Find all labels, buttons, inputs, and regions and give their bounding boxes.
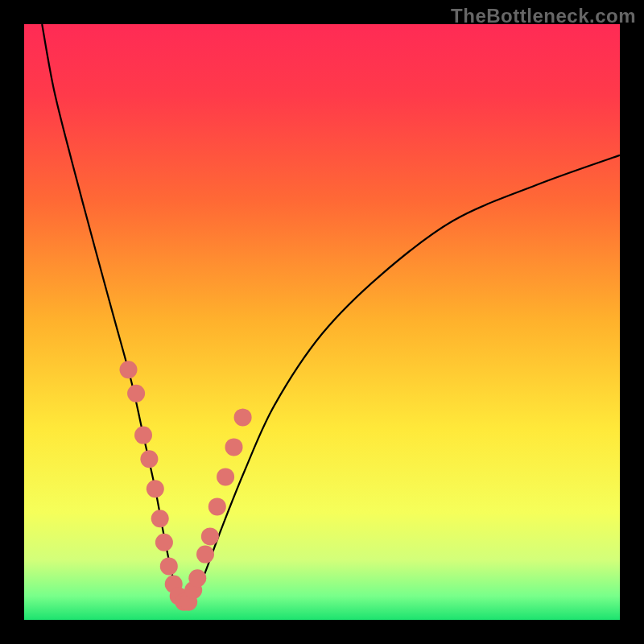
marker-dot bbox=[196, 546, 214, 564]
marker-dot bbox=[155, 534, 173, 551]
watermark-text: TheBottleneck.com bbox=[451, 5, 636, 27]
marker-dot bbox=[147, 480, 164, 497]
gradient-background bbox=[24, 24, 620, 620]
marker-dot bbox=[201, 527, 219, 545]
marker-dot bbox=[120, 361, 138, 378]
marker-dot bbox=[160, 557, 178, 575]
marker-dot bbox=[234, 408, 252, 426]
marker-dot bbox=[217, 468, 234, 485]
marker-dot bbox=[127, 385, 145, 402]
chart-stage: TheBottleneck.com bbox=[0, 0, 644, 644]
marker-dot bbox=[225, 438, 243, 456]
marker-dot bbox=[188, 569, 206, 587]
marker-dot bbox=[151, 510, 169, 527]
marker-dot bbox=[140, 450, 158, 468]
bottleneck-chart bbox=[0, 0, 644, 644]
marker-dot bbox=[134, 427, 152, 444]
marker-dot bbox=[208, 497, 226, 515]
